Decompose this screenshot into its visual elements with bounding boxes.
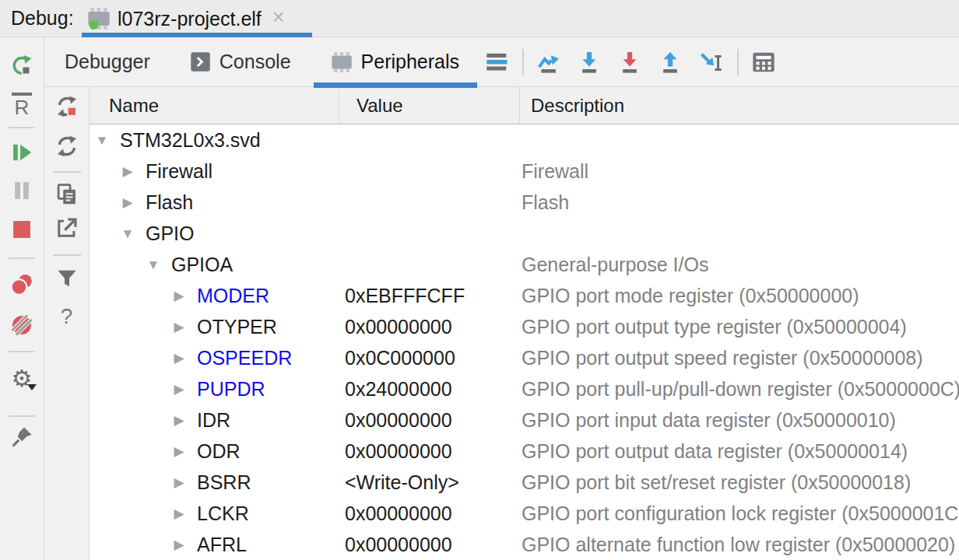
register-name-cell: ▶ PUPDR xyxy=(90,378,339,401)
export-icon[interactable] xyxy=(55,216,79,240)
close-icon[interactable]: × xyxy=(272,7,285,28)
register-name: LCKR xyxy=(197,502,249,525)
mute-breakpoints-icon[interactable] xyxy=(10,313,33,337)
step-into-icon[interactable] xyxy=(577,50,602,75)
register-name: Flash xyxy=(146,191,193,214)
autorefresh-icon[interactable] xyxy=(55,95,79,118)
resume-icon[interactable] xyxy=(10,141,33,164)
settings-gear-icon[interactable]: ⚙ xyxy=(10,367,33,390)
tree-row[interactable]: ▶ BSRR <Write-Only> GPIO port bit set/re… xyxy=(90,467,959,498)
toolbar-separator xyxy=(522,49,524,75)
tree-row[interactable]: ▼ STM32L0x3.svd xyxy=(90,124,959,156)
tree-row[interactable]: ▶ LCKR 0x00000000 GPIO port configuratio… xyxy=(90,498,959,529)
mcu-chip-icon xyxy=(331,51,353,73)
expand-toggle-icon[interactable]: ▶ xyxy=(172,538,186,551)
expand-toggle-icon[interactable]: ▶ xyxy=(172,320,186,334)
register-value: 0x00000000 xyxy=(339,316,519,338)
refresh-icon[interactable] xyxy=(55,135,79,158)
tab-console[interactable]: Console xyxy=(170,37,311,87)
tree-row[interactable]: ▶ Firewall Firewall xyxy=(90,156,959,187)
register-description: GPIO port configuration lock register (0… xyxy=(519,502,959,525)
pause-icon[interactable] xyxy=(10,179,33,202)
register-name-cell: ▶ OTYPER xyxy=(90,316,339,338)
console-icon xyxy=(190,51,211,72)
expand-toggle-icon[interactable]: ▶ xyxy=(172,289,186,303)
peripherals-table: Name Value Description ▼ STM32L0x3.svd ▶… xyxy=(90,87,959,560)
peripherals-panel-toolbar: ? xyxy=(44,87,90,560)
register-name: AFRL xyxy=(197,534,247,556)
evaluate-expression-icon[interactable] xyxy=(751,50,776,75)
register-name-cell: ▼ STM32L0x3.svd xyxy=(90,129,339,152)
debugger-toolbar: Debugger Console xyxy=(44,37,959,87)
rerun-icon[interactable] xyxy=(10,54,33,78)
register-description: Firewall xyxy=(519,160,959,183)
register-value: 0x00000000 xyxy=(339,440,519,463)
register-value: 0x0C000000 xyxy=(339,347,519,369)
register-name-cell: ▶ BSRR xyxy=(90,471,339,494)
debug-tool-window-header: Debug: l073rz-project.elf × xyxy=(0,0,959,37)
view-breakpoints-icon[interactable] xyxy=(10,273,33,296)
tree-row[interactable]: ▶ Flash Flash xyxy=(90,187,959,218)
toolbar-separator xyxy=(53,254,81,256)
register-name: IDR xyxy=(197,409,230,432)
tree-row[interactable]: ▶ OTYPER 0x00000000 GPIO port output typ… xyxy=(90,311,959,342)
expand-toggle-icon[interactable]: ▶ xyxy=(172,352,186,365)
expand-toggle-icon[interactable]: ▶ xyxy=(172,476,186,489)
session-tab-title: l073rz-project.elf xyxy=(118,8,262,30)
reset-icon[interactable]: R xyxy=(10,93,33,117)
expand-toggle-icon[interactable]: ▶ xyxy=(172,383,186,396)
debug-actions-sidebar: R xyxy=(0,37,44,560)
pin-icon[interactable] xyxy=(10,425,33,449)
register-description: GPIO port output type register (0x500000… xyxy=(519,316,959,338)
register-name: GPIOA xyxy=(171,254,233,276)
expand-toggle-icon[interactable]: ▶ xyxy=(172,414,186,427)
tree-row[interactable]: ▶ PUPDR 0x24000000 GPIO port pull-up/pul… xyxy=(90,373,959,404)
column-header-description: Description xyxy=(519,87,959,124)
register-value: 0x00000000 xyxy=(339,534,519,556)
expand-toggle-icon[interactable]: ▶ xyxy=(172,507,186,520)
expand-toggle-icon[interactable]: ▶ xyxy=(121,196,135,209)
tree-row[interactable]: ▶ AFRL 0x00000000 GPIO alternate functio… xyxy=(90,529,959,560)
tree-row[interactable]: ▼ GPIO xyxy=(90,218,959,249)
register-name-cell: ▶ ODR xyxy=(90,440,339,463)
register-value: 0xEBFFFCFF xyxy=(339,285,519,307)
sidebar-separator xyxy=(9,415,35,417)
expand-toggle-icon[interactable]: ▼ xyxy=(121,227,135,240)
tab-peripherals[interactable]: Peripherals xyxy=(311,37,479,87)
register-tree: ▼ STM32L0x3.svd ▶ Firewall Firewall ▶ Fl… xyxy=(90,124,959,560)
register-name: Firewall xyxy=(146,160,213,183)
tree-row[interactable]: ▶ IDR 0x00000000 GPIO port input data re… xyxy=(90,404,959,436)
register-description: GPIO port output data register (0x500000… xyxy=(519,440,959,463)
running-status-dot xyxy=(89,20,98,30)
filter-icon[interactable] xyxy=(55,267,79,290)
step-out-icon[interactable] xyxy=(658,50,683,75)
register-description: General-purpose I/Os xyxy=(519,254,959,276)
expand-toggle-icon[interactable]: ▶ xyxy=(172,445,186,458)
register-value: 0x24000000 xyxy=(339,378,519,401)
step-over-icon[interactable] xyxy=(536,50,561,75)
session-tab-l073rz-project[interactable]: l073rz-project.elf × xyxy=(82,0,315,37)
help-icon[interactable]: ? xyxy=(55,305,79,328)
expand-toggle-icon[interactable]: ▼ xyxy=(146,258,160,271)
tree-row[interactable]: ▶ MODER 0xEBFFFCFF GPIO port mode regist… xyxy=(90,280,959,311)
column-header-value: Value xyxy=(339,87,519,124)
register-description: GPIO port bit set/reset register (0x5000… xyxy=(519,471,959,494)
expand-toggle-icon[interactable]: ▶ xyxy=(121,165,135,178)
register-name-cell: ▶ AFRL xyxy=(90,534,339,556)
run-to-cursor-icon[interactable] xyxy=(698,50,723,75)
force-step-into-icon[interactable] xyxy=(617,50,642,75)
copy-icon[interactable] xyxy=(55,183,79,206)
tree-row[interactable]: ▶ OSPEEDR 0x0C000000 GPIO port output sp… xyxy=(90,342,959,373)
register-name: OTYPER xyxy=(197,316,277,338)
tree-row[interactable]: ▼ GPIOA General-purpose I/Os xyxy=(90,249,959,280)
view-options-icon[interactable] xyxy=(485,50,510,75)
sidebar-separator xyxy=(9,257,35,259)
register-name: GPIO xyxy=(146,222,195,245)
tree-row[interactable]: ▶ ODR 0x00000000 GPIO port output data r… xyxy=(90,436,959,467)
register-name: OSPEEDR xyxy=(197,347,292,369)
register-name-cell: ▶ Flash xyxy=(90,191,339,214)
expand-toggle-icon[interactable]: ▼ xyxy=(95,134,109,147)
tab-debugger[interactable]: Debugger xyxy=(44,37,170,87)
stop-icon[interactable] xyxy=(10,218,33,241)
chevron-down-icon xyxy=(27,384,37,390)
